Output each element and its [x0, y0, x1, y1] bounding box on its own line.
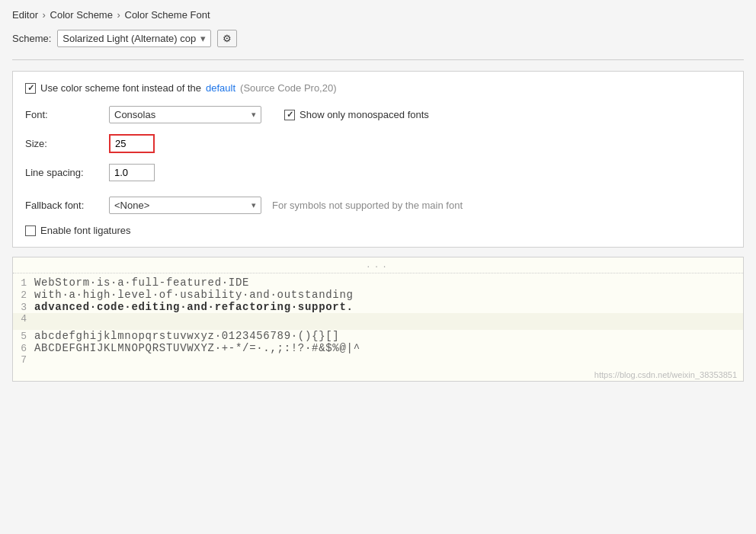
- scheme-dropdown[interactable]: Solarized Light (Alternate) cop ▾: [57, 30, 211, 47]
- line-number: 4: [13, 313, 34, 325]
- use-color-scheme-row: Use color scheme font instead of the def…: [25, 82, 731, 94]
- preview-panel: ... 1WebStorm·is·a·full-featured·IDE2wit…: [12, 257, 744, 382]
- line-number: 6: [13, 343, 34, 354]
- preview-line: 3advanced·code·editing·and·refactoring·s…: [13, 301, 743, 313]
- line-number: 5: [13, 331, 34, 342]
- fallback-dropdown-arrow-icon: ▾: [251, 200, 256, 210]
- settings-panel: Use color scheme font instead of the def…: [12, 71, 744, 248]
- preview-line: 6ABCDEFGHIJKLMNOPQRSTUVWXYZ·+-*/=·.,;:!?…: [13, 342, 743, 354]
- scheme-label: Scheme:: [12, 33, 51, 44]
- line-content: abcdefghijklmnopqrstuvwxyz·0123456789·()…: [34, 330, 339, 342]
- size-label: Size:: [25, 138, 109, 149]
- fallback-row: Fallback font: <None> ▾ For symbols not …: [25, 197, 731, 214]
- font-value: Consolas: [114, 109, 247, 120]
- preview-dots: ...: [13, 257, 743, 273]
- preview-line: 2with·a·high·level·of·usability·and·outs…: [13, 289, 743, 301]
- gear-button[interactable]: ⚙: [217, 30, 237, 47]
- default-link[interactable]: default: [206, 82, 235, 94]
- breadcrumb-sep-2: ›: [117, 9, 123, 21]
- use-color-scheme-checkbox[interactable]: [25, 83, 36, 94]
- font-row: Font: Consolas ▾ Show only monospaced fo…: [25, 106, 731, 123]
- line-number: 7: [13, 354, 34, 366]
- line-content: WebStorm·is·a·full-featured·IDE: [34, 277, 249, 289]
- spacer: [25, 189, 731, 197]
- line-number: 1: [13, 277, 34, 289]
- fallback-value: <None>: [114, 200, 247, 211]
- ligatures-checkbox[interactable]: [25, 225, 36, 236]
- preview-line: 5abcdefghijklmnopqrstuvwxyz·0123456789·(…: [13, 330, 743, 342]
- monospace-checkbox-row: Show only monospaced fonts: [284, 109, 429, 120]
- line-number: 3: [13, 302, 34, 313]
- font-dropdown[interactable]: Consolas ▾: [109, 106, 261, 123]
- monospace-checkbox[interactable]: [284, 110, 295, 120]
- preview-line: 7: [13, 354, 743, 366]
- monospace-label: Show only monospaced fonts: [300, 109, 429, 120]
- preview-line: 1WebStorm·is·a·full-featured·IDE: [13, 277, 743, 289]
- scheme-value: Solarized Light (Alternate) cop: [62, 33, 196, 44]
- use-color-scheme-label-post: (Source Code Pro,20): [240, 82, 336, 94]
- line-content: with·a·high·level·of·usability·and·outst…: [34, 289, 354, 301]
- breadcrumb-color-scheme: Color Scheme: [50, 9, 113, 21]
- ligatures-row: Enable font ligatures: [25, 225, 731, 236]
- main-container: Editor › Color Scheme › Color Scheme Fon…: [0, 0, 756, 534]
- font-input-area: Consolas ▾ Show only monospaced fonts: [109, 106, 429, 123]
- scheme-dropdown-arrow-icon: ▾: [200, 33, 206, 44]
- divider: [12, 59, 744, 60]
- ligatures-label: Enable font ligatures: [40, 225, 131, 236]
- line-spacing-input[interactable]: [109, 164, 155, 181]
- line-content: advanced·code·editing·and·refactoring·su…: [34, 301, 354, 313]
- fallback-hint: For symbols not supported by the main fo…: [272, 200, 463, 211]
- scheme-row: Scheme: Solarized Light (Alternate) cop …: [12, 30, 744, 47]
- preview-line: 4: [13, 313, 743, 330]
- line-spacing-row: Line spacing:: [25, 164, 731, 181]
- line-content: ABCDEFGHIJKLMNOPQRSTUVWXYZ·+-*/=·.,;:!?·…: [34, 342, 360, 354]
- use-color-scheme-label-pre: Use color scheme font instead of the: [40, 82, 201, 94]
- fallback-label: Fallback font:: [25, 200, 109, 211]
- breadcrumb-sep-1: ›: [43, 9, 49, 21]
- size-row: Size:: [25, 131, 731, 156]
- breadcrumb-editor: Editor: [12, 9, 38, 21]
- font-dropdown-arrow-icon: ▾: [251, 110, 256, 120]
- line-number: 2: [13, 289, 34, 301]
- size-input[interactable]: [109, 134, 155, 153]
- line-spacing-label: Line spacing:: [25, 167, 109, 178]
- breadcrumb-color-scheme-font: Color Scheme Font: [125, 9, 210, 21]
- breadcrumb: Editor › Color Scheme › Color Scheme Fon…: [12, 9, 744, 21]
- preview-lines: 1WebStorm·is·a·full-featured·IDE2with·a·…: [13, 273, 743, 369]
- preview-watermark: https://blog.csdn.net/weixin_38353851: [13, 369, 743, 381]
- fallback-dropdown[interactable]: <None> ▾: [109, 197, 261, 214]
- font-label: Font:: [25, 109, 109, 120]
